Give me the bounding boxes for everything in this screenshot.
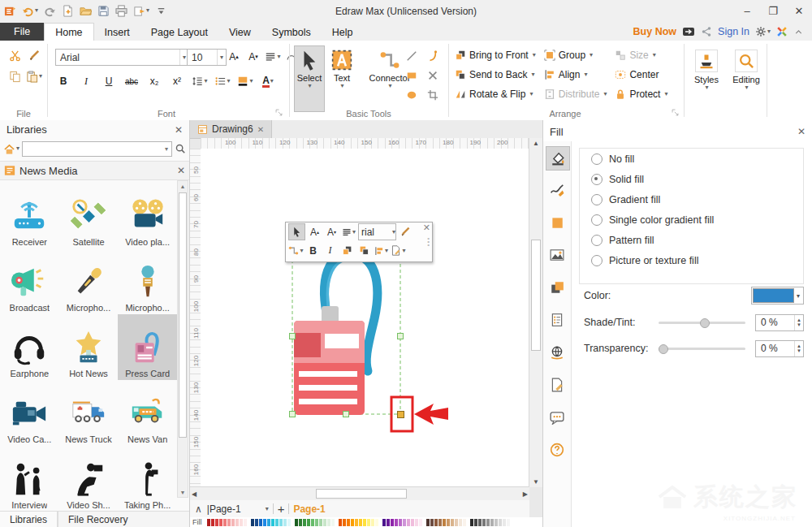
library-item-video-shooting[interactable]: Video Sh... (59, 446, 119, 512)
libraries-bottom-tab[interactable]: Libraries (0, 512, 58, 527)
arc2-tool-button[interactable] (425, 48, 441, 64)
news-media-close-icon[interactable]: ✕ (177, 165, 185, 176)
arrange-dialog-launcher[interactable] (671, 108, 680, 118)
color-swatch[interactable] (347, 519, 350, 526)
bold-button[interactable]: B (55, 73, 71, 89)
line-spacing-button[interactable]: ▾ (192, 73, 208, 89)
layers-panel-button[interactable] (546, 276, 568, 299)
color-swatch[interactable] (459, 519, 462, 526)
color-swatch[interactable] (327, 519, 330, 526)
search-icon[interactable] (175, 143, 186, 154)
highlight-button[interactable]: ▾ (237, 73, 253, 89)
color-swatch[interactable] (223, 519, 227, 526)
group-button[interactable]: Group▾ (544, 45, 607, 65)
save-button[interactable] (95, 2, 112, 19)
fill-bucket-panel-button[interactable] (546, 146, 570, 171)
color-swatch[interactable] (295, 519, 298, 526)
library-item-news-van[interactable]: News Van (118, 380, 177, 446)
page-list-label[interactable]: |Page-1 (207, 503, 241, 515)
mini-toolbar-close-icon[interactable]: ✕ (423, 222, 430, 233)
fill-color-picker[interactable]: ▾ (751, 287, 804, 305)
undo-button[interactable]: ▾ (19, 2, 41, 19)
shade-spinner[interactable]: 0 %▲▼ (755, 314, 804, 331)
bring-to-front-button[interactable]: Bring to Front▾ (455, 45, 536, 65)
tab-home[interactable]: Home (44, 23, 93, 41)
customize-button[interactable] (153, 2, 170, 19)
open-folder-button[interactable] (77, 2, 94, 19)
color-swatch[interactable] (315, 519, 318, 526)
font-family-combo[interactable]: Arial▾ (55, 49, 189, 66)
radio-icon[interactable] (591, 194, 603, 205)
close-button[interactable]: ✕ (786, 0, 812, 21)
new-file-button[interactable] (59, 2, 76, 19)
edraw-logo-button[interactable] (2, 2, 19, 19)
color-swatch[interactable] (363, 519, 366, 526)
tab-symbols[interactable]: Symbols (261, 23, 322, 41)
color-swatch[interactable] (399, 519, 402, 526)
color-swatch[interactable] (382, 519, 386, 526)
color-swatch[interactable] (411, 519, 414, 526)
color-swatch[interactable] (403, 519, 406, 526)
color-swatch[interactable] (434, 519, 438, 526)
library-item-receiver[interactable]: Receiver (0, 183, 59, 248)
share-icon[interactable] (701, 26, 712, 37)
center-button[interactable]: Center (615, 65, 667, 84)
print-button[interactable] (113, 2, 130, 19)
color-swatch[interactable] (299, 519, 302, 526)
libraries-close-icon[interactable]: ✕ (175, 124, 183, 136)
select-tool-button[interactable]: Select▾ (294, 45, 325, 112)
settings-button[interactable]: ▾ (755, 26, 771, 37)
color-swatch[interactable] (371, 519, 374, 526)
color-swatch[interactable] (507, 519, 510, 526)
color-swatch[interactable] (415, 519, 418, 526)
shade-slider[interactable] (659, 322, 745, 324)
tab-page-layout[interactable]: Page Layout (140, 23, 218, 41)
note-panel-button[interactable] (546, 309, 568, 331)
shadow-square-panel-button[interactable] (546, 211, 568, 234)
rect-tool-button[interactable] (404, 67, 420, 84)
tab-file[interactable]: File (0, 23, 44, 41)
color-swatch[interactable] (207, 519, 210, 526)
color-swatch[interactable] (351, 519, 354, 526)
fontcolor-button[interactable]: A▾ (260, 73, 276, 89)
transparency-spinner[interactable]: 0 %▲▼ (755, 340, 804, 357)
text-align-button[interactable]: ▾ (265, 49, 281, 65)
picture-panel-button[interactable] (546, 244, 568, 266)
copy-button[interactable] (6, 68, 23, 84)
fill-option-single-color-gradient-fill[interactable]: Single color gradient fill (580, 210, 803, 230)
mini-bold-button[interactable]: B (305, 243, 321, 258)
strike-button[interactable]: abc (123, 73, 140, 89)
color-swatch[interactable] (438, 519, 442, 526)
color-swatch[interactable] (359, 519, 362, 526)
color-swatch[interactable] (307, 519, 310, 526)
transparency-slider[interactable] (659, 348, 745, 350)
increase-font-button[interactable]: A▴ (226, 49, 242, 65)
color-swatch[interactable] (303, 519, 306, 526)
document-tab[interactable]: Drawing6 ✕ (190, 120, 272, 138)
library-scrollbar[interactable]: ▲ ▼ (177, 180, 188, 498)
color-swatch[interactable] (407, 519, 410, 526)
color-swatch[interactable] (470, 519, 473, 526)
press-card-shape-selected[interactable] (201, 149, 529, 487)
color-swatch[interactable] (283, 519, 287, 526)
send-to-back-button[interactable]: Send to Back▾ (455, 65, 536, 84)
radio-icon[interactable] (591, 235, 603, 246)
paste-button[interactable]: ▾ (26, 68, 42, 84)
color-swatch[interactable] (240, 519, 243, 526)
color-swatch[interactable] (244, 519, 247, 526)
home-icon[interactable]: ▾ (3, 143, 19, 155)
color-swatch[interactable] (263, 519, 266, 526)
color-swatch[interactable] (426, 519, 430, 526)
export-button[interactable]: ▾ (131, 2, 152, 19)
rotate-flip-button[interactable]: Rotate & Flip▾ (455, 84, 536, 104)
collapse-ribbon-icon[interactable] (793, 27, 804, 37)
fill-option-solid-fill[interactable]: Solid fill (580, 169, 803, 189)
scroll-up-icon[interactable]: ▲ (178, 181, 188, 191)
editing-button[interactable]: Editing▾ (728, 45, 765, 112)
library-search-input[interactable]: ▾ (22, 141, 172, 157)
fill-panel-close-icon[interactable]: ✕ (797, 126, 806, 137)
radio-icon[interactable] (591, 153, 603, 165)
horizontal-scrollbar[interactable]: ◀ ▶ (190, 486, 529, 500)
color-swatch[interactable] (463, 519, 466, 526)
mini-distribute-button[interactable]: ▾ (374, 243, 389, 258)
